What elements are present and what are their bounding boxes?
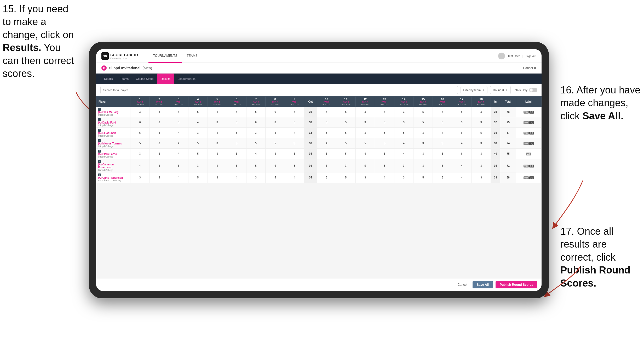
score-hole-15[interactable]: 5 [413, 117, 433, 128]
score-hole-11[interactable]: 5 [336, 138, 355, 149]
score-hole-5[interactable]: 3 [208, 172, 227, 183]
tab-course-setup[interactable]: Course Setup [132, 74, 157, 84]
score-hole-9[interactable]: 4 [285, 172, 304, 183]
score-hole-14[interactable]: 3 [394, 172, 413, 183]
score-hole-8[interactable]: 3 [266, 128, 285, 138]
score-hole-7[interactable]: 4 [246, 149, 266, 159]
score-hole-2[interactable]: 3 [150, 107, 169, 117]
tab-details[interactable]: Details [100, 74, 117, 84]
score-hole-9[interactable]: 5 [285, 107, 304, 117]
score-hole-7[interactable]: 3 [246, 128, 266, 138]
score-hole-6[interactable]: 3 [227, 107, 246, 117]
score-hole-4[interactable]: 5 [188, 107, 208, 117]
score-hole-15[interactable]: 5 [413, 172, 433, 183]
score-hole-13[interactable]: 6 [375, 107, 394, 117]
sign-out-link[interactable]: Sign out [526, 54, 536, 58]
tab-results[interactable]: Results [157, 74, 174, 84]
score-hole-7[interactable]: 3 [246, 172, 266, 183]
score-hole-16[interactable]: 6 [433, 107, 452, 117]
wd-badge[interactable]: WD [524, 132, 528, 135]
score-hole-18[interactable]: 3 [472, 138, 491, 149]
score-hole-16[interactable]: 3 [433, 117, 452, 128]
dq-badge[interactable]: DQ [529, 165, 534, 167]
score-hole-8[interactable]: 5 [266, 138, 285, 149]
score-hole-9[interactable]: 4 [285, 128, 304, 138]
score-hole-2[interactable]: 3 [150, 138, 169, 149]
publish-round-scores-button[interactable]: Publish Round Scores [496, 281, 537, 288]
score-hole-11[interactable]: 5 [336, 172, 355, 183]
score-hole-1[interactable]: 3 [130, 107, 150, 117]
score-hole-5[interactable]: 4 [208, 128, 227, 138]
toggle-switch[interactable] [529, 88, 537, 92]
score-hole-14[interactable]: 5 [394, 128, 413, 138]
score-hole-15[interactable]: 3 [413, 159, 433, 172]
score-hole-14[interactable]: 3 [394, 107, 413, 117]
wd-badge[interactable]: WD [526, 153, 531, 155]
dq-badge[interactable]: DQ [529, 142, 534, 145]
score-hole-14[interactable]: 3 [394, 117, 413, 128]
score-hole-10[interactable]: 3 [317, 172, 336, 183]
score-hole-10[interactable]: 6 [317, 159, 336, 172]
cancel-tournament-btn[interactable]: Cancel ✕ [523, 66, 536, 70]
dq-badge[interactable]: DQ [529, 121, 534, 124]
tab-leaderboards[interactable]: Leaderboards [174, 74, 199, 84]
score-hole-18[interactable]: 3 [472, 107, 491, 117]
wd-badge[interactable]: WD [524, 142, 528, 145]
score-hole-6[interactable]: 5 [227, 117, 246, 128]
score-hole-9[interactable]: 5 [285, 117, 304, 128]
score-hole-12[interactable]: 3 [355, 128, 375, 138]
score-hole-3[interactable]: 5 [169, 159, 188, 172]
score-hole-9[interactable]: 5 [285, 149, 304, 159]
score-hole-13[interactable]: 4 [375, 172, 394, 183]
score-hole-10[interactable]: 4 [317, 138, 336, 149]
score-hole-6[interactable]: 3 [227, 128, 246, 138]
score-hole-12[interactable]: 3 [355, 107, 375, 117]
score-hole-18[interactable]: 3 [472, 172, 491, 183]
score-hole-3[interactable]: 5 [169, 107, 188, 117]
score-hole-14[interactable]: 4 [394, 149, 413, 159]
score-hole-4[interactable]: 3 [188, 128, 208, 138]
wd-badge[interactable]: WD [524, 165, 528, 167]
score-hole-12[interactable]: 3 [355, 117, 375, 128]
score-hole-4[interactable]: 4 [188, 117, 208, 128]
search-input[interactable] [100, 86, 458, 94]
score-hole-13[interactable]: 3 [375, 159, 394, 172]
scores-table-wrapper[interactable]: Player 1 PAR 4 370 YDS 2 PAR 5 511 YDS [96, 96, 542, 278]
score-hole-12[interactable]: 5 [355, 138, 375, 149]
score-hole-2[interactable]: 3 [150, 128, 169, 138]
score-hole-17[interactable]: 6 [452, 149, 472, 159]
score-hole-12[interactable]: 5 [355, 159, 375, 172]
score-hole-13[interactable]: 5 [375, 149, 394, 159]
score-hole-16[interactable]: 5 [433, 149, 452, 159]
score-hole-15[interactable]: 3 [413, 138, 433, 149]
score-hole-4[interactable]: 5 [188, 138, 208, 149]
score-hole-3[interactable]: 4 [169, 138, 188, 149]
score-hole-6[interactable]: 5 [227, 138, 246, 149]
score-hole-18[interactable]: 3 [472, 159, 491, 172]
score-hole-16[interactable]: 3 [433, 172, 452, 183]
score-hole-10[interactable]: 3 [317, 128, 336, 138]
score-hole-1[interactable]: 5 [130, 128, 150, 138]
score-hole-5[interactable]: 4 [208, 159, 227, 172]
score-hole-17[interactable]: 5 [452, 107, 472, 117]
score-hole-7[interactable]: 5 [246, 107, 266, 117]
save-all-button[interactable]: Save All [473, 281, 493, 288]
score-hole-9[interactable]: 3 [285, 138, 304, 149]
dq-badge[interactable]: DQ [529, 176, 534, 179]
score-hole-5[interactable]: 3 [208, 149, 227, 159]
score-hole-4[interactable]: 5 [188, 172, 208, 183]
dq-badge[interactable]: DQ [529, 111, 534, 114]
wd-badge[interactable]: WD [524, 176, 528, 179]
score-hole-2[interactable]: 3 [150, 149, 169, 159]
score-hole-18[interactable]: 3 [472, 117, 491, 128]
score-hole-8[interactable]: 3 [266, 149, 285, 159]
score-hole-1[interactable]: 3 [130, 149, 150, 159]
wd-badge[interactable]: WD [524, 111, 528, 114]
score-hole-5[interactable]: 3 [208, 117, 227, 128]
round-dropdown[interactable]: Round 3 ▼ [490, 86, 511, 94]
filter-by-team-dropdown[interactable]: Filter by team ▼ [461, 86, 488, 94]
score-hole-3[interactable]: 3 [169, 117, 188, 128]
score-hole-6[interactable]: 4 [227, 172, 246, 183]
score-hole-5[interactable]: 3 [208, 138, 227, 149]
score-hole-10[interactable]: 3 [317, 107, 336, 117]
